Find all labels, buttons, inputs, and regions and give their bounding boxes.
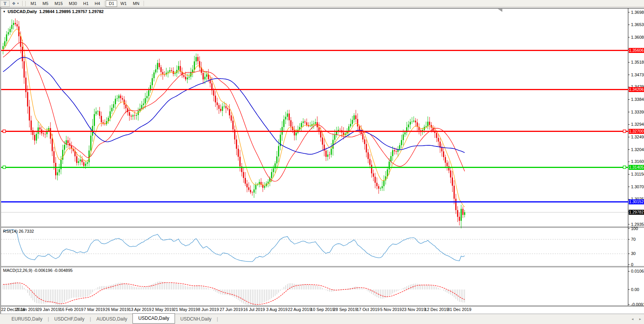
price-tick: 1.36980 [631, 10, 644, 15]
rsi-axis-label: 0 [631, 262, 633, 267]
timeframe-button-d1[interactable]: D1 [106, 0, 117, 7]
objects-button[interactable]: ❖ ▼ [10, 1, 21, 7]
price-tick: 1.36530 [631, 22, 644, 27]
toolbar-separator [22, 1, 23, 6]
rsi-label: RSI(14) 26.7332 [3, 229, 34, 234]
hline-handle[interactable] [3, 130, 6, 133]
price-tick: 1.36080 [631, 35, 644, 39]
date-label: 17 Oct 2019 [357, 307, 380, 312]
price-tick: 1.34730 [631, 72, 644, 77]
line-price-label: 1.32700 [629, 129, 644, 134]
chart-plot-area[interactable] [0, 7, 644, 324]
macd-label: MACD(12,26,9) -0.006196 -0.004895 [3, 268, 73, 273]
tab-usdchf[interactable]: USDCHF,Daily [50, 315, 89, 323]
text-tool-button[interactable]: T [0, 0, 10, 7]
macd-axis-label: -0.009181 [631, 302, 644, 307]
date-label: 16 Feb 2019 [60, 307, 83, 312]
date-label: 5 Nov 2019 [380, 307, 402, 312]
tab-scroll-left-icon[interactable]: ◄ [631, 317, 634, 321]
timeframe-button-m30[interactable]: M30 [66, 0, 80, 7]
date-label: 29 Jan 2019 [37, 307, 60, 312]
tab-scroll-right-icon[interactable]: ► [639, 317, 642, 321]
timeframe-button-w1[interactable]: W1 [117, 0, 130, 7]
timeframe-button-mn[interactable]: MN [130, 0, 142, 7]
objects-icon: ❖ [12, 2, 16, 6]
frame-lines [0, 7, 644, 324]
toolbar: T ❖ ▼ M1M5M15M30H1H4D1W1MN [0, 0, 644, 7]
toolbar-separator [104, 1, 105, 6]
price-tick: 1.31600 [631, 159, 644, 164]
chart-tab-bar: EURUSD,Daily|USDCHF,Daily|AUDUSD,DailyUS… [0, 314, 644, 324]
date-label: 13 Apr 2019 [129, 307, 151, 312]
tab-divider: | [90, 316, 91, 322]
date-label: 28 Sep 2019 [333, 307, 357, 312]
timeframe-group: M1M5M15M30H1H4D1W1MN [28, 0, 145, 7]
rsi-axis-label: 70 [631, 237, 636, 242]
chart-symbol: USDCAD,Daily [8, 9, 37, 14]
line-price-label: 1.30152 [629, 199, 644, 204]
date-label: 23 Nov 2019 [402, 307, 425, 312]
macd-plot [3, 281, 465, 305]
tab-eurusd[interactable]: EURUSD,Daily [7, 315, 47, 323]
line-price-label: 1.34206 [629, 87, 644, 92]
date-label: 2 May 2019 [152, 307, 173, 312]
moving-averages [3, 29, 465, 207]
line-price-label: 1.31405 [629, 165, 644, 170]
ma-fast [3, 29, 465, 207]
rsi-line [3, 230, 465, 262]
ma-medium [3, 43, 465, 181]
rsi-plot [1, 230, 628, 262]
date-label: 22 Aug 2019 [288, 307, 312, 312]
price-tick: 1.33840 [631, 97, 644, 102]
price-tick: 1.35180 [631, 60, 644, 64]
timeframe-button-h4[interactable]: H4 [92, 0, 103, 7]
chevron-down-icon: ▼ [17, 2, 19, 5]
date-label: 10 Jan 2019 [14, 307, 38, 312]
date-label: 10 Sep 2019 [311, 307, 334, 312]
price-tick: 1.30700 [631, 184, 644, 189]
price-tick: 1.32490 [631, 135, 644, 139]
horizontal-lines[interactable] [1, 51, 628, 202]
date-label: 31 Dec 2019 [448, 307, 471, 312]
timeframe-button-m5[interactable]: M5 [39, 0, 51, 7]
tab-divider: | [217, 316, 218, 322]
price-tick: 1.32940 [631, 122, 644, 127]
chart-shift-marker [498, 9, 502, 12]
price-tick: 1.32040 [631, 147, 644, 152]
price-tick: 1.33390 [631, 110, 644, 114]
date-label: 27 Jun 2019 [220, 307, 243, 312]
hline-handle[interactable] [3, 166, 6, 169]
timeframe-button-h1[interactable]: H1 [80, 0, 92, 7]
date-label: 16 Jul 2019 [243, 307, 265, 312]
tab-usdcnh[interactable]: USDCNH,Daily [176, 315, 216, 323]
date-label: 8 Jun 2019 [198, 307, 219, 312]
date-label: 7 Mar 2019 [84, 307, 105, 312]
date-label: 26 Mar 2019 [105, 307, 129, 312]
macd-signal-line [3, 283, 465, 304]
tab-usdcad[interactable]: USDCAD,Daily [132, 313, 175, 324]
text-tool-icon: T [3, 1, 7, 7]
timeframe-button-m1[interactable]: M1 [28, 0, 39, 7]
rsi-axis-label: 100 [631, 226, 638, 231]
macd-axis-label: 0.010615 [631, 269, 644, 273]
chart-title: ▼USDCAD,Daily 1.29844 1.29895 1.29757 1.… [3, 9, 104, 14]
toolbar-separator [144, 1, 144, 6]
rsi-axis-label: 30 [631, 251, 636, 256]
ma-slow [3, 58, 465, 155]
collapse-icon[interactable]: ▼ [3, 10, 6, 13]
date-label: 21 May 2019 [173, 307, 198, 312]
tab-divider: | [48, 316, 49, 322]
price-tick: 1.31150 [631, 172, 644, 176]
tab-audusd[interactable]: AUDUSD,Daily [92, 315, 132, 323]
date-label: 3 Aug 2019 [266, 307, 288, 312]
current-price-label: 1.29782 [629, 210, 644, 215]
hline-handle[interactable] [623, 130, 626, 133]
chart-ohlc: 1.29844 1.29895 1.29757 1.29782 [39, 9, 103, 14]
date-label: 12 Dec 2019 [425, 307, 448, 312]
timeframe-button-m15[interactable]: M15 [51, 0, 65, 7]
line-price-label: 1.35606 [629, 48, 644, 53]
hline-handle[interactable] [623, 166, 626, 169]
toolbar-grip[interactable] [25, 1, 26, 6]
macd-axis-label: 0.00 [631, 287, 639, 292]
